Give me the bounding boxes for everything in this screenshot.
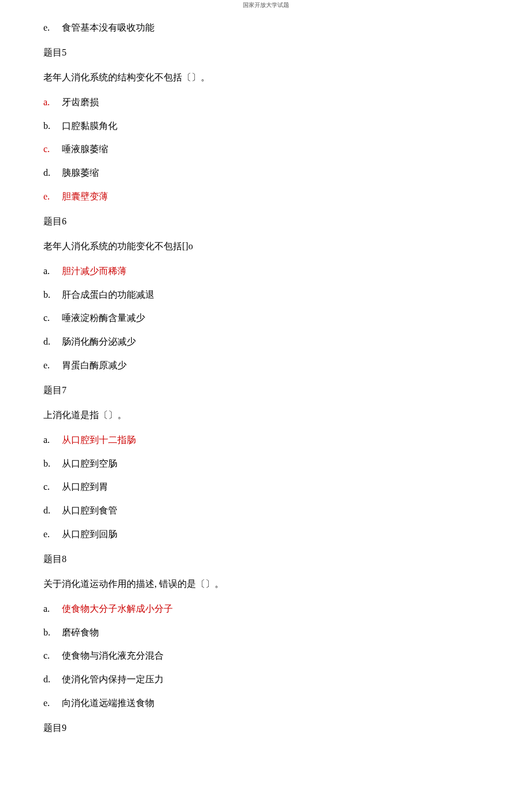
option-letter: d. xyxy=(43,336,62,348)
option-row: b. 口腔黏膜角化 xyxy=(43,120,489,132)
option-letter: c. xyxy=(43,312,62,324)
option-text: 向消化道远端推送食物 xyxy=(62,697,154,710)
option-row: b. 从口腔到空肠 xyxy=(43,458,489,470)
option-text: 胆汁减少而稀薄 xyxy=(62,265,127,278)
option-letter: e. xyxy=(43,697,62,710)
option-row: a. 从口腔到十二指肠 xyxy=(43,434,489,446)
option-text: 肠消化酶分泌减少 xyxy=(62,336,136,348)
option-letter: a. xyxy=(43,97,62,109)
page-header: 国家开放大学试题 xyxy=(0,0,532,10)
question-stem: 关于消化道运动作用的描述, 错误的是〔〕。 xyxy=(43,578,489,590)
option-row: a. 使食物大分子水解成小分子 xyxy=(43,603,489,615)
option-text: 口腔黏膜角化 xyxy=(62,120,117,132)
option-letter: b. xyxy=(43,120,62,132)
document-content: e. 食管基本没有吸收功能 题目5 老年人消化系统的结构变化不包括〔〕。 a. … xyxy=(0,22,532,734)
option-row: e. 向消化道远端推送食物 xyxy=(43,697,489,710)
option-text: 胰腺萎缩 xyxy=(62,167,99,179)
option-letter: d. xyxy=(43,505,62,517)
option-letter: e. xyxy=(43,191,62,203)
document-page: 国家开放大学试题 e. 食管基本没有吸收功能 题目5 老年人消化系统的结构变化不… xyxy=(0,0,532,787)
option-text: 从口腔到食管 xyxy=(62,505,117,517)
question-heading: 题目5 xyxy=(43,47,489,59)
question-stem: 老年人消化系统的结构变化不包括〔〕。 xyxy=(43,72,489,84)
option-text: 从口腔到回肠 xyxy=(62,529,117,541)
option-letter: a. xyxy=(43,603,62,615)
option-text: 从口腔到胃 xyxy=(62,481,108,493)
option-letter: e. xyxy=(43,529,62,541)
option-text: 唾液腺萎缩 xyxy=(62,143,108,156)
option-letter: c. xyxy=(43,650,62,662)
option-text: 食管基本没有吸收功能 xyxy=(62,22,154,34)
option-text: 从口腔到十二指肠 xyxy=(62,434,136,446)
question-heading: 题目7 xyxy=(43,385,489,397)
option-row: a. 胆汁减少而稀薄 xyxy=(43,265,489,278)
option-row: b. 肝合成蛋白的功能减退 xyxy=(43,289,489,301)
option-text: 磨碎食物 xyxy=(62,627,99,639)
option-letter: e. xyxy=(43,22,62,34)
option-letter: b. xyxy=(43,627,62,639)
option-row: b. 磨碎食物 xyxy=(43,627,489,639)
option-letter: e. xyxy=(43,360,62,372)
option-text: 使消化管内保持一定压力 xyxy=(62,674,164,686)
option-letter: a. xyxy=(43,265,62,278)
option-letter: c. xyxy=(43,481,62,493)
option-row: a. 牙齿磨损 xyxy=(43,97,489,109)
option-text: 胃蛋白酶原减少 xyxy=(62,360,127,372)
option-row: e. 胆囊壁变薄 xyxy=(43,191,489,203)
option-letter: d. xyxy=(43,674,62,686)
option-row: e. 胃蛋白酶原减少 xyxy=(43,360,489,372)
option-text: 使食物与消化液充分混合 xyxy=(62,650,164,662)
option-row: d. 肠消化酶分泌减少 xyxy=(43,336,489,348)
option-row: d. 胰腺萎缩 xyxy=(43,167,489,179)
option-letter: b. xyxy=(43,289,62,301)
question-stem: 老年人消化系统的功能变化不包括[]o xyxy=(43,241,489,253)
option-text: 牙齿磨损 xyxy=(62,97,99,109)
question-heading: 题目6 xyxy=(43,216,489,228)
option-text: 胆囊壁变薄 xyxy=(62,191,108,203)
option-row: d. 从口腔到食管 xyxy=(43,505,489,517)
option-letter: b. xyxy=(43,458,62,470)
option-text: 使食物大分子水解成小分子 xyxy=(62,603,173,615)
option-row: d. 使消化管内保持一定压力 xyxy=(43,674,489,686)
question-heading: 题目9 xyxy=(43,722,489,734)
option-text: 肝合成蛋白的功能减退 xyxy=(62,289,154,301)
option-letter: a. xyxy=(43,434,62,446)
option-row: c. 唾液腺萎缩 xyxy=(43,143,489,156)
option-row: c. 唾液淀粉酶含量减少 xyxy=(43,312,489,324)
option-letter: d. xyxy=(43,167,62,179)
question-heading: 题目8 xyxy=(43,553,489,566)
option-row: e. 从口腔到回肠 xyxy=(43,529,489,541)
option-row: e. 食管基本没有吸收功能 xyxy=(43,22,489,34)
option-letter: c. xyxy=(43,143,62,156)
option-row: c. 从口腔到胃 xyxy=(43,481,489,493)
option-row: c. 使食物与消化液充分混合 xyxy=(43,650,489,662)
option-text: 唾液淀粉酶含量减少 xyxy=(62,312,145,324)
option-text: 从口腔到空肠 xyxy=(62,458,117,470)
question-stem: 上消化道是指〔〕。 xyxy=(43,409,489,422)
